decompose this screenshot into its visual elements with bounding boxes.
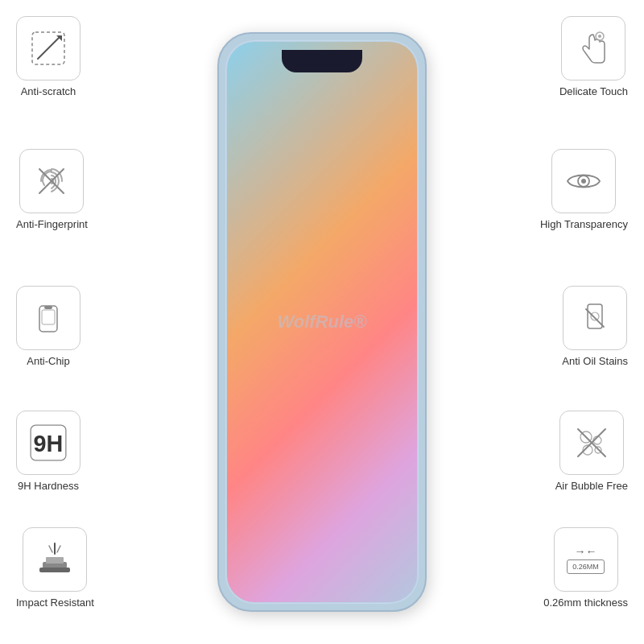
anti-oil-label: Anti Oil Stains	[562, 355, 628, 367]
svg-rect-12	[39, 568, 70, 572]
svg-line-22	[586, 309, 604, 327]
svg-line-15	[57, 546, 60, 552]
feature-oil: Anti Oil Stains	[562, 286, 628, 367]
svg-line-1	[38, 38, 59, 59]
phone-outer: WolfRule®	[217, 32, 427, 612]
svg-point-19	[581, 179, 586, 184]
bubble-icon-box	[559, 411, 624, 475]
thickness-arrows-icon: →←	[575, 545, 597, 558]
svg-rect-7	[44, 306, 52, 309]
feature-transparency: High Transparency	[540, 149, 628, 230]
anti-scratch-icon-box	[16, 16, 80, 80]
svg-text:9H: 9H	[34, 431, 64, 456]
svg-rect-20	[588, 304, 602, 328]
feature-9h: 9H 9H Hardness	[16, 411, 80, 492]
air-bubble-label: Air Bubble Free	[555, 480, 628, 492]
delicate-touch-icon	[573, 28, 613, 68]
svg-line-14	[49, 546, 52, 552]
impact-icon	[35, 539, 75, 580]
high-transparency-icon	[564, 161, 604, 201]
anti-oil-icon	[575, 298, 615, 338]
thickness-icon-box: →← 0.26MM	[554, 527, 618, 592]
feature-anti-fingerprint: Anti-Fingerprint	[16, 149, 88, 230]
phone-notch	[282, 50, 362, 72]
svg-rect-11	[46, 557, 64, 564]
feature-anti-scratch: Anti-scratch	[16, 16, 80, 97]
anti-scratch-label: Anti-scratch	[21, 85, 76, 97]
impact-icon-box	[23, 527, 87, 592]
svg-rect-6	[42, 310, 55, 324]
transparency-icon-box	[551, 149, 616, 213]
9h-icon-box: 9H	[16, 411, 80, 475]
feature-anti-chip: Anti-Chip	[16, 286, 80, 367]
anti-fingerprint-icon-box	[19, 149, 84, 213]
phone-wrapper: WolfRule®	[217, 32, 427, 612]
svg-point-21	[591, 312, 599, 320]
main-container: WolfRule® Anti-scratch	[0, 0, 644, 644]
anti-scratch-icon	[28, 28, 68, 68]
anti-chip-icon-box	[16, 286, 80, 350]
feature-delicate: Delicate Touch	[559, 16, 628, 97]
delicate-touch-label: Delicate Touch	[559, 85, 628, 97]
oil-icon-box	[563, 286, 627, 350]
impact-label: Impact Resistant	[16, 597, 94, 609]
svg-point-17	[598, 35, 601, 38]
thickness-value: 0.26MM	[567, 559, 605, 574]
glass-overlay	[225, 40, 419, 604]
anti-chip-icon	[28, 298, 68, 338]
delicate-icon-box	[561, 16, 625, 80]
9h-label: 9H Hardness	[18, 480, 79, 492]
9h-icon: 9H	[28, 423, 68, 463]
air-bubble-icon	[572, 423, 612, 463]
feature-bubble: Air Bubble Free	[555, 411, 628, 492]
anti-fingerprint-icon	[31, 161, 72, 201]
feature-impact: Impact Resistant	[16, 527, 94, 609]
anti-fingerprint-label: Anti-Fingerprint	[16, 218, 88, 230]
anti-chip-label: Anti-Chip	[27, 355, 69, 367]
high-transparency-label: High Transparency	[540, 218, 628, 230]
feature-thickness: →← 0.26MM 0.26mm thickness	[543, 527, 628, 609]
thickness-label: 0.26mm thickness	[543, 597, 628, 609]
